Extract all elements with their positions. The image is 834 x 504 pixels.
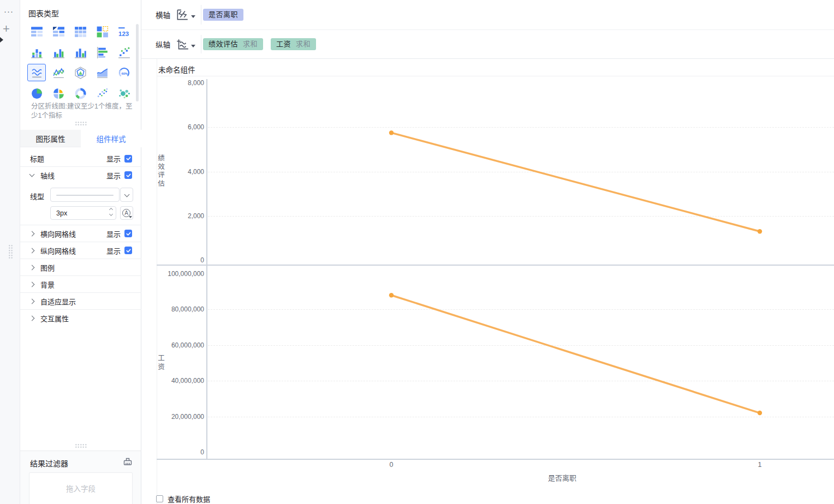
aggregation-label: 求和 <box>296 40 311 48</box>
add-icon[interactable]: + <box>3 22 10 36</box>
gridline <box>208 172 834 172</box>
line-type-dropdown-button[interactable] <box>120 188 133 202</box>
prop-label: 交互属性 <box>40 313 69 323</box>
chart-type-pie-icon[interactable] <box>27 85 46 102</box>
tab-graphic-properties[interactable]: 图形属性 <box>20 130 81 147</box>
chart-type-area-icon[interactable] <box>93 64 111 81</box>
chart-type-heading: 图表类型 <box>28 8 59 19</box>
measure-pill-工资[interactable]: 工资求和 <box>271 38 316 50</box>
prop-label: 背景 <box>40 279 55 290</box>
chart-type-detail-table-icon[interactable] <box>27 23 46 40</box>
y-axis-config-row: 纵轴 绩效评估求和工资求和 <box>141 30 834 59</box>
prop-section-1[interactable]: 横向网格线显示 <box>20 225 141 242</box>
chart-type-hint: 分区折线图:建议至少1个维度，至少1个指标 <box>31 102 138 121</box>
left-rail: ··· + <box>0 0 20 504</box>
caret-icon <box>191 45 195 47</box>
prop-section-4[interactable]: 背景 <box>20 275 141 292</box>
chart-type-donut-icon[interactable] <box>71 85 90 102</box>
gridline <box>208 381 834 381</box>
x-tick-label: 1 <box>749 461 771 469</box>
component-title-bar <box>157 59 834 76</box>
step-down-icon <box>109 212 113 216</box>
prop-label: 自适应显示 <box>40 296 76 307</box>
line-style-preview <box>56 195 114 196</box>
section-resize-handle[interactable] <box>75 443 87 448</box>
result-filter-title: 结果过滤器 <box>30 458 68 469</box>
show-checkbox[interactable] <box>124 230 132 237</box>
chart-type-bubble-icon[interactable] <box>115 85 133 102</box>
line-type-label: 线型 <box>30 191 44 201</box>
prop-label: 轴线 <box>40 170 55 181</box>
chart-config-panel: 图表类型 12360% 分区折线图:建议至少1个维度，至少1个指标 图形属性 组… <box>20 0 141 504</box>
prop-label: 纵向网格线 <box>40 245 76 256</box>
tab-component-style[interactable]: 组件样式 <box>81 130 141 147</box>
prop-section-6[interactable]: 交互属性 <box>20 309 141 326</box>
y-axis-label: 纵轴 <box>156 39 170 50</box>
chart-type-rose-pie-icon[interactable] <box>49 85 68 102</box>
axisline-show-checkbox[interactable] <box>124 171 132 179</box>
measure-pill-绩效评估[interactable]: 绩效评估求和 <box>203 38 263 50</box>
y-tick-label: 8,000 <box>153 79 204 87</box>
x-axis-title: 是否离职 <box>535 472 589 483</box>
y-tick-label: 6,000 <box>153 123 204 131</box>
chevron-down-icon <box>29 172 35 177</box>
prop-section-2[interactable]: 纵向网格线显示 <box>20 242 141 259</box>
axis-font-button[interactable]: A <box>120 206 133 220</box>
facet-axis-line <box>157 265 834 266</box>
y-tick-label: 20,000,000 <box>153 413 204 421</box>
y-tick-label: 2,000 <box>153 212 204 220</box>
chevron-right-icon <box>29 315 35 321</box>
aggregation-label: 求和 <box>243 40 258 48</box>
prop-label: 标题 <box>30 153 44 164</box>
facet-axis-line <box>157 459 834 460</box>
chart-type-column-icon[interactable] <box>71 44 90 61</box>
collapsed-arrow-icon <box>0 37 3 43</box>
chart-type-horizontal-bar-icon[interactable] <box>93 44 111 61</box>
gridline <box>208 127 834 128</box>
filter-dropzone[interactable]: 拖入字段 <box>29 472 133 504</box>
x-axis-label: 横轴 <box>156 9 170 20</box>
chevron-right-icon <box>29 281 35 287</box>
chart-canvas-area: 横轴 是否离职 纵轴 <box>141 0 834 504</box>
title-show-checkbox[interactable] <box>124 155 132 163</box>
chart-type-partition-line-icon[interactable] <box>27 64 46 81</box>
chart-type-metric-123-icon[interactable]: 123 <box>115 23 133 40</box>
line-type-select[interactable] <box>50 188 120 202</box>
chart-type-scatter-column-icon[interactable] <box>115 44 133 61</box>
scrollbar-thumb[interactable] <box>136 24 139 101</box>
filter-brush-icon[interactable] <box>122 456 133 469</box>
x-tick-label: 0 <box>380 461 402 469</box>
more-icon[interactable]: ··· <box>4 7 14 16</box>
chevron-right-icon <box>29 231 35 236</box>
chart-type-pivot-table-icon[interactable] <box>49 23 68 40</box>
y-axis-type-icon[interactable] <box>175 38 195 51</box>
chart-type-kpi-card-icon[interactable] <box>93 23 111 40</box>
y-tick-label: 100,000,000 <box>153 270 204 278</box>
chart-type-scatter-icon[interactable] <box>93 85 111 102</box>
svg-text:60%: 60% <box>121 71 127 75</box>
prop-row-title: 标题 显示 <box>20 151 141 167</box>
gridline <box>208 216 834 217</box>
view-all-checkbox[interactable] <box>156 495 163 502</box>
show-label: 显示 <box>106 245 121 256</box>
panel-resize-handle[interactable] <box>8 244 14 259</box>
y-tick-label: 40,000,000 <box>153 377 204 385</box>
chart-type-cross-table-icon[interactable] <box>71 23 90 40</box>
chart-type-gauge-icon[interactable]: 60% <box>115 64 133 81</box>
show-checkbox[interactable] <box>124 247 132 254</box>
prop-section-3[interactable]: 图例 <box>20 259 141 275</box>
chart-type-group-column-icon[interactable] <box>49 44 68 61</box>
line-width-input[interactable]: 3px <box>50 206 116 220</box>
gridline <box>208 345 834 346</box>
chart-type-line-icon[interactable] <box>49 64 68 81</box>
chart-type-stacked-column-icon[interactable] <box>27 44 46 61</box>
dimension-pill-是否离职[interactable]: 是否离职 <box>203 9 243 21</box>
dropzone-placeholder: 拖入字段 <box>66 483 96 504</box>
prop-section-5[interactable]: 自适应显示 <box>20 292 141 309</box>
chart-type-radar-icon[interactable] <box>71 64 90 81</box>
stepper[interactable] <box>110 208 112 215</box>
x-axis-type-icon[interactable] <box>175 8 195 21</box>
prop-row-axisline[interactable]: 轴线 显示 <box>20 167 141 183</box>
field-name: 绩效评估 <box>208 40 238 48</box>
section-resize-handle[interactable] <box>75 121 87 126</box>
